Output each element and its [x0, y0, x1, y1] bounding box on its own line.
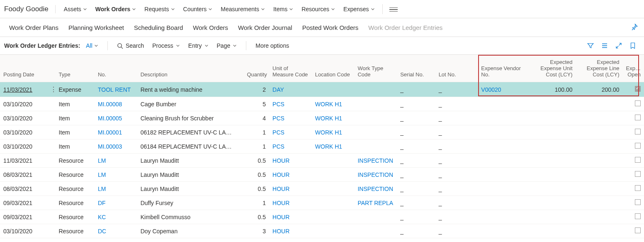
- table-row[interactable]: 03/10/2020ItemMI.0000106182 REPLACEMENT …: [0, 125, 644, 139]
- cell-location[interactable]: [312, 168, 355, 182]
- top-nav-items[interactable]: Items: [269, 2, 297, 16]
- cell-work-type[interactable]: [354, 125, 397, 139]
- col-uom[interactable]: Unit of Measure Code: [269, 55, 312, 82]
- cell-open[interactable]: [623, 154, 644, 168]
- open-checkbox[interactable]: [635, 171, 641, 177]
- col-serial[interactable]: Serial No.: [397, 55, 435, 82]
- cell-work-type[interactable]: [354, 139, 397, 154]
- top-nav-requests[interactable]: Requests: [140, 2, 179, 16]
- table-row[interactable]: 03/10/2020ResourceDCDoy Copeman3HOUR__: [0, 224, 644, 238]
- cell-open[interactable]: [623, 210, 644, 224]
- cell-vendor[interactable]: [478, 196, 529, 210]
- cell-vendor[interactable]: [478, 210, 529, 224]
- cell-posting-date[interactable]: 03/10/2020: [0, 125, 47, 139]
- open-checkbox[interactable]: [635, 143, 641, 149]
- cell-work-type[interactable]: INSPECTION: [354, 154, 397, 168]
- col-lot[interactable]: Lot No.: [435, 55, 478, 82]
- row-menu-cell[interactable]: [47, 168, 56, 182]
- cell-vendor[interactable]: [478, 182, 529, 196]
- cell-posting-date[interactable]: 08/03/2021: [0, 182, 47, 196]
- col-vendor[interactable]: Expense Vendor No.: [478, 55, 529, 82]
- cell-work-type[interactable]: INSPECTION: [354, 168, 397, 182]
- open-checkbox[interactable]: [635, 129, 641, 134]
- cell-uom[interactable]: HOUR: [269, 196, 312, 210]
- row-menu-cell[interactable]: [47, 224, 56, 238]
- list-view-icon[interactable]: [601, 42, 608, 49]
- cell-vendor[interactable]: [478, 97, 529, 111]
- cell-work-type[interactable]: INSPECTION: [354, 182, 397, 196]
- top-nav-resources[interactable]: Resources: [297, 2, 339, 16]
- row-menu-cell[interactable]: [47, 210, 56, 224]
- more-options-button[interactable]: More options: [251, 40, 293, 51]
- row-menu-cell[interactable]: [47, 97, 56, 111]
- open-checkbox[interactable]: [635, 100, 641, 106]
- sub-nav-work-order-journal[interactable]: Work Order Journal: [233, 21, 297, 34]
- cell-location[interactable]: WORK H1: [312, 97, 355, 111]
- cell-posting-date[interactable]: 11/03/2021: [0, 154, 47, 168]
- cell-no[interactable]: MI.00005: [95, 111, 137, 125]
- open-checkbox[interactable]: [635, 185, 641, 191]
- table-row[interactable]: 11/03/2021ResourceLMLauryn Mauditt0.5HOU…: [0, 154, 644, 168]
- open-checkbox[interactable]: [635, 157, 641, 163]
- col-posting-date[interactable]: Posting Date: [0, 55, 47, 82]
- cell-no[interactable]: MI.00001: [95, 125, 137, 139]
- cell-vendor[interactable]: [478, 111, 529, 125]
- cell-work-type[interactable]: [354, 224, 397, 238]
- cell-posting-date[interactable]: 03/10/2020: [0, 224, 47, 238]
- row-menu-icon[interactable]: ⋮: [50, 86, 56, 93]
- bookmark-icon[interactable]: [629, 42, 637, 49]
- expand-icon[interactable]: [615, 42, 622, 49]
- table-row[interactable]: 08/03/2021ResourceLMLauryn Mauditt0.5HOU…: [0, 168, 644, 182]
- col-no[interactable]: No.: [95, 55, 137, 82]
- col-work-type[interactable]: Work Type Code: [354, 55, 397, 82]
- sub-nav-posted-work-orders[interactable]: Posted Work Orders: [297, 21, 364, 34]
- row-menu-cell[interactable]: [47, 182, 56, 196]
- cell-open[interactable]: [623, 139, 644, 154]
- cell-posting-date[interactable]: 03/10/2020: [0, 139, 47, 154]
- cell-open[interactable]: [623, 196, 644, 210]
- cell-uom[interactable]: HOUR: [269, 154, 312, 168]
- cell-work-type[interactable]: [354, 82, 397, 97]
- cell-vendor[interactable]: [478, 125, 529, 139]
- cell-no[interactable]: TOOL RENT: [95, 82, 137, 97]
- cell-no[interactable]: KC: [95, 210, 137, 224]
- sub-nav-planning-worksheet[interactable]: Planning Worksheet: [63, 21, 129, 34]
- row-menu-cell[interactable]: ⋮: [47, 82, 56, 97]
- cell-uom[interactable]: DAY: [269, 82, 312, 97]
- open-checkbox[interactable]: [635, 213, 641, 219]
- row-menu-cell[interactable]: [47, 125, 56, 139]
- cell-location[interactable]: WORK H1: [312, 111, 355, 125]
- overflow-menu-icon[interactable]: [389, 6, 398, 12]
- row-menu-cell[interactable]: [47, 139, 56, 154]
- table-row[interactable]: 08/03/2021ResourceLMLauryn Mauditt0.5HOU…: [0, 182, 644, 196]
- process-menu[interactable]: Process: [148, 40, 184, 51]
- col-open[interactable]: Exp… Open: [623, 55, 644, 82]
- cell-open[interactable]: [623, 125, 644, 139]
- cell-location[interactable]: [312, 196, 355, 210]
- row-menu-cell[interactable]: [47, 154, 56, 168]
- cell-vendor[interactable]: [478, 224, 529, 238]
- cell-location[interactable]: [312, 82, 355, 97]
- cell-open[interactable]: [623, 182, 644, 196]
- col-type[interactable]: Type: [56, 55, 95, 82]
- open-checkbox[interactable]: [635, 227, 641, 233]
- cell-uom[interactable]: HOUR: [269, 224, 312, 238]
- top-nav-work-orders[interactable]: Work Orders: [91, 2, 141, 16]
- cell-no[interactable]: MI.00003: [95, 139, 137, 154]
- cell-uom[interactable]: HOUR: [269, 182, 312, 196]
- pin-icon[interactable]: [631, 23, 638, 31]
- cell-posting-date[interactable]: 03/10/2020: [0, 111, 47, 125]
- cell-uom[interactable]: PCS: [269, 97, 312, 111]
- cell-no[interactable]: MI.00008: [95, 97, 137, 111]
- col-location[interactable]: Location Code: [312, 55, 355, 82]
- cell-location[interactable]: [312, 182, 355, 196]
- cell-vendor[interactable]: V00020: [478, 82, 529, 97]
- cell-uom[interactable]: PCS: [269, 139, 312, 154]
- cell-open[interactable]: [623, 97, 644, 111]
- table-row[interactable]: 03/10/2020ItemMI.0000306184 REPLACEMENT …: [0, 139, 644, 154]
- cell-no[interactable]: DC: [95, 224, 137, 238]
- open-checkbox[interactable]: [635, 199, 641, 205]
- sub-nav-work-order-ledger-entries[interactable]: Work Order Ledger Entries: [363, 21, 447, 34]
- cell-uom[interactable]: HOUR: [269, 168, 312, 182]
- col-exp-line[interactable]: Expected Expense Line Cost (LCY): [576, 55, 623, 82]
